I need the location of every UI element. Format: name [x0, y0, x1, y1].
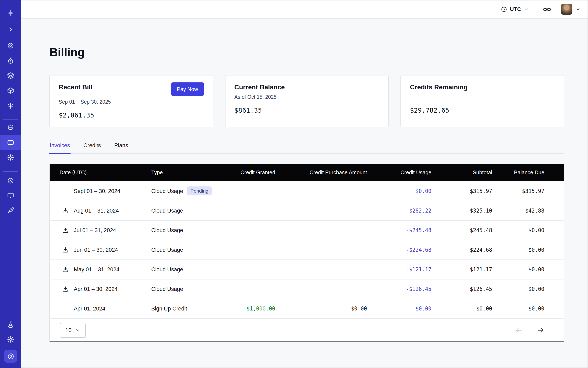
table-row: Apr 01 – 30, 2024Cloud Usage-$126.45$126…	[50, 279, 564, 299]
invoice-type: Cloud Usage	[151, 247, 183, 253]
invoice-date-cell: Apr 01 – 30, 2024	[50, 286, 151, 292]
subtotal-cell: $224.68	[431, 247, 492, 253]
credit-usage-cell: -$126.45	[367, 286, 431, 292]
sidebar-divider	[3, 171, 18, 172]
sidebar-item-timer[interactable]	[0, 54, 21, 68]
sidebar-item-globe[interactable]	[0, 120, 21, 135]
sidebar-divider	[3, 119, 18, 120]
sidebar-item-cube[interactable]	[0, 83, 21, 98]
download-invoice-button[interactable]	[62, 227, 69, 234]
sidebar-item-asterisk[interactable]	[0, 98, 21, 113]
rocket-icon	[7, 207, 14, 214]
card-subtitle: As of Oct 15, 2025	[234, 94, 379, 100]
card-title: Recent Bill	[59, 84, 92, 91]
asterisk-icon	[7, 102, 14, 109]
pagination-bar: 10	[50, 318, 564, 341]
sidebar-expand-button[interactable]	[0, 22, 21, 37]
clock-icon	[500, 6, 507, 12]
sidebar-item-settings[interactable]	[0, 150, 21, 165]
chevron-down-icon	[524, 7, 529, 12]
sidebar-item-theme[interactable]	[0, 332, 21, 347]
credit-usage-cell: -$282.22	[367, 208, 431, 214]
invoice-type-cell: Cloud Usage	[151, 208, 219, 214]
glasses-icon	[543, 5, 551, 13]
download-invoice-button[interactable]	[62, 286, 69, 292]
column-header-credit-purchase-amount: Credit Purchase Amount	[275, 169, 367, 175]
timezone-selector[interactable]: UTC	[500, 6, 529, 12]
page-title: Billing	[49, 46, 564, 59]
previous-page-button[interactable]	[515, 326, 523, 334]
table-row: Sept 01 – 30, 2024Cloud UsagePending$0.0…	[50, 181, 564, 201]
pay-now-button[interactable]: Pay Now	[171, 83, 204, 96]
billing-tabs: InvoicesCreditsPlans	[49, 139, 564, 154]
invoice-date: Sept 01 – 30, 2024	[74, 188, 120, 194]
tab-plans[interactable]: Plans	[114, 139, 129, 153]
card-amount: $861.35	[234, 107, 379, 114]
card-title: Credits Remaining	[410, 84, 468, 91]
chevron-right-icon	[7, 26, 14, 33]
balance-due-cell: $0.00	[492, 306, 564, 312]
subtotal-cell: $325.10	[431, 208, 492, 214]
card-title: Current Balance	[234, 84, 285, 91]
sidebar-item-console[interactable]	[0, 188, 21, 203]
avatar[interactable]	[561, 4, 572, 15]
invoice-type: Cloud Usage	[151, 267, 183, 273]
invoice-date: May 01 – 31, 2024	[74, 267, 119, 273]
sidebar-item-cancel[interactable]	[0, 173, 21, 188]
invoice-type: Cloud Usage	[151, 188, 183, 194]
invoice-date-cell: Aug 01 – 31, 2024	[50, 207, 151, 214]
table-row: Apr 01, 2024Sign Up Credit$1,000.00$0.00…	[50, 299, 564, 318]
sidebar-logo[interactable]	[0, 6, 21, 20]
status-badge: Pending	[187, 186, 212, 195]
sidebar-item-labs[interactable]	[0, 317, 21, 332]
card-amount: $29,782.65	[410, 107, 555, 114]
table-row: Aug 01 – 31, 2024Cloud Usage-$282.22$325…	[50, 201, 564, 220]
invoice-date: Apr 01, 2024	[74, 306, 105, 312]
download-invoice-button[interactable]	[62, 247, 69, 253]
credit-usage-cell: $0.00	[367, 306, 431, 312]
invoice-type: Cloud Usage	[151, 286, 183, 292]
globe-icon	[7, 124, 14, 131]
page-size-select[interactable]: 10	[60, 322, 85, 338]
subtotal-cell: $245.48	[431, 227, 492, 233]
balance-due-cell: $0.00	[492, 286, 564, 292]
credit-usage-cell: -$245.48	[367, 227, 431, 233]
invoice-date-cell: Sept 01 – 30, 2024	[50, 188, 151, 194]
download-invoice-button[interactable]	[62, 266, 69, 273]
sidebar-item-target[interactable]	[0, 38, 21, 53]
invoice-type-cell: Cloud UsagePending	[151, 186, 219, 195]
arrow-right-icon	[537, 326, 544, 334]
credits-remaining-card: Credits Remaining $29,782.65	[401, 75, 564, 127]
billing-summary-cards: Recent Bill Pay Now Sep 01 – Sep 30, 202…	[49, 75, 564, 127]
credit-usage-cell: -$224.68	[367, 247, 431, 253]
topbar: UTC	[21, 0, 588, 19]
arrow-left-icon	[515, 326, 523, 334]
next-page-button[interactable]	[537, 326, 544, 334]
column-header-balance-due: Balance Due	[492, 169, 564, 175]
balance-due-cell: $315.97	[492, 188, 564, 194]
invoice-type-cell: Cloud Usage	[151, 286, 219, 292]
tab-invoices[interactable]: Invoices	[49, 139, 70, 153]
glasses-button[interactable]	[543, 5, 551, 13]
invoice-type-cell: Cloud Usage	[151, 267, 219, 273]
page-size-value: 10	[65, 327, 72, 333]
dollar-coin-icon: $	[7, 352, 15, 360]
gear-icon	[7, 154, 14, 161]
column-header-subtotal: Subtotal	[431, 169, 492, 175]
sidebar-item-billing[interactable]	[0, 135, 21, 150]
tab-credits[interactable]: Credits	[83, 139, 101, 153]
invoice-type-cell: Cloud Usage	[151, 247, 219, 253]
download-invoice-button[interactable]	[62, 207, 69, 214]
sidebar-item-layers[interactable]	[0, 68, 21, 83]
chevron-down-icon	[576, 7, 581, 12]
sidebar-item-billing-shortcut[interactable]: $	[4, 350, 17, 363]
sidebar-item-launch[interactable]	[0, 203, 21, 218]
column-header-credit-granted: Credit Granted	[219, 169, 275, 175]
invoice-date-cell: May 01 – 31, 2024	[50, 266, 151, 273]
credit-usage-cell: -$121.17	[367, 267, 431, 273]
subtotal-cell: $0.00	[431, 306, 492, 312]
invoice-date: Jun 01 – 30, 2024	[74, 247, 118, 253]
logo-icon	[7, 9, 15, 17]
account-menu-button[interactable]	[576, 7, 581, 12]
invoice-table-header: Date (UTC)TypeCredit GrantedCredit Purch…	[50, 164, 564, 181]
